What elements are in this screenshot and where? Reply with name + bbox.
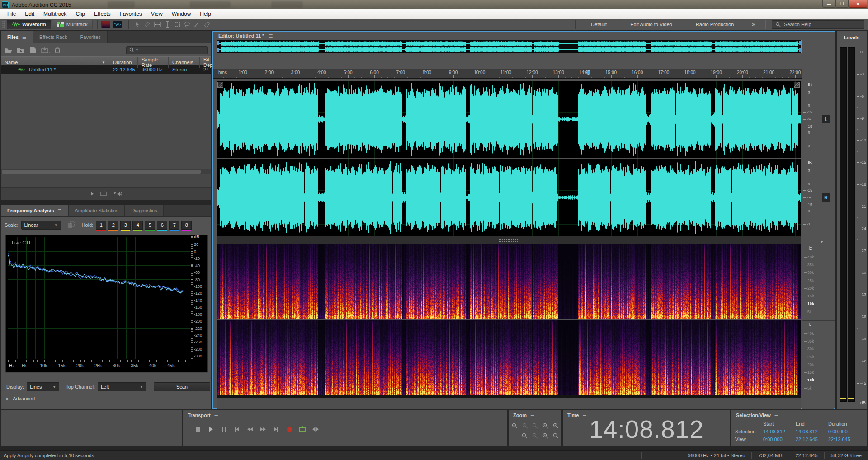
multitrack-view-button[interactable]: Multitrack xyxy=(52,20,93,29)
menu-window[interactable]: Window xyxy=(167,10,196,18)
time-display[interactable]: 14:08.812 xyxy=(563,415,730,444)
overview-left-handle[interactable] xyxy=(217,48,219,52)
file-row[interactable]: Untitled 11 * 22:12.645 96000 Hz Stereo … xyxy=(1,65,211,74)
zoom-to-selection-icon[interactable] xyxy=(542,432,549,439)
files-tab-favorites[interactable]: Favorites xyxy=(74,31,108,43)
column-name[interactable]: Name▼ xyxy=(1,57,109,68)
hold-button-5[interactable]: 5 xyxy=(145,221,155,230)
spectrogram-left-channel[interactable] xyxy=(217,244,801,319)
minimize-button[interactable]: ▬ xyxy=(822,0,835,8)
overview-right-handle[interactable] xyxy=(799,48,801,52)
hold-button-8[interactable]: 8 xyxy=(181,221,192,230)
frequency-plot-canvas[interactable] xyxy=(8,237,190,359)
workspace-radio-production[interactable]: Radio Production xyxy=(684,22,745,27)
freq-tab-frequency-analysis[interactable]: Frequency Analysis☰ xyxy=(1,205,69,216)
play-button[interactable] xyxy=(207,426,214,433)
marquee-selection-tool-icon[interactable] xyxy=(172,20,182,28)
paintbrush-tool-icon[interactable] xyxy=(192,20,202,28)
level-meter-left[interactable] xyxy=(840,47,847,402)
auto-play-speaker-icon[interactable] xyxy=(113,191,122,197)
trash-icon[interactable] xyxy=(54,47,61,53)
menu-multitrack[interactable]: Multitrack xyxy=(39,10,71,18)
panel-menu-icon[interactable]: ☰ xyxy=(530,413,534,418)
zoom-to-in-point-icon[interactable] xyxy=(542,422,549,429)
amplitude-scale-right[interactable]: dB-3-9-15-∞-15-9-3R xyxy=(802,159,835,236)
hold-button-6[interactable]: 6 xyxy=(157,221,167,230)
hold-button-2[interactable]: 2 xyxy=(108,221,118,230)
toolbar-grip[interactable] xyxy=(2,21,5,28)
zoom-in-icon[interactable] xyxy=(511,422,519,429)
workspace-default[interactable]: Default xyxy=(579,22,618,27)
waveform-right-canvas[interactable] xyxy=(217,159,801,236)
skip-to-start-button[interactable] xyxy=(233,426,241,433)
skip-selection-button[interactable] xyxy=(312,426,319,433)
scrollbar-thumb[interactable] xyxy=(2,170,201,174)
panel-menu-icon[interactable]: ☰ xyxy=(214,413,218,418)
hold-button-4[interactable]: 4 xyxy=(132,221,143,230)
menu-help[interactable]: Help xyxy=(195,10,216,18)
loop-playback-icon[interactable] xyxy=(100,191,107,197)
rewind-button[interactable] xyxy=(246,426,254,433)
hold-button-3[interactable]: 3 xyxy=(120,221,131,230)
panel-menu-icon[interactable]: ☰ xyxy=(22,35,26,40)
scan-button[interactable]: Scan xyxy=(154,382,210,391)
frequency-scale-right[interactable]: Hz40k35k30k25k20k15k10k5k xyxy=(802,320,835,395)
frequency-scale-left[interactable]: ▼Hz40k35k30k25k20k15k10k5k xyxy=(802,244,835,319)
move-tool-icon[interactable] xyxy=(132,20,142,28)
scale-dropdown[interactable]: Linear▼ xyxy=(21,221,61,230)
zoom-to-out-point-icon[interactable] xyxy=(552,422,559,429)
time-selection-tool-icon[interactable] xyxy=(152,20,162,28)
files-tab-effects-rack[interactable]: Effects Rack xyxy=(33,31,74,43)
selection-duration[interactable]: 0:00.000 xyxy=(828,429,863,434)
channel-badge-l[interactable]: L xyxy=(822,115,830,123)
zoom-out-full-icon[interactable] xyxy=(521,432,528,439)
menu-file[interactable]: File xyxy=(3,10,20,18)
timeline-ruler[interactable]: hms 1:002:003:004:005:006:007:008:009:00… xyxy=(213,69,802,79)
freq-tab-diagnostics[interactable]: Diagnostics xyxy=(125,205,164,216)
top-channel-dropdown[interactable]: Left▼ xyxy=(98,382,146,391)
spectral-display-icon[interactable] xyxy=(101,21,110,28)
files-search-field[interactable]: ▾ xyxy=(126,46,208,54)
files-horizontal-scrollbar[interactable] xyxy=(1,169,211,174)
loop-playback-button[interactable] xyxy=(299,426,306,433)
stop-button[interactable] xyxy=(194,426,201,433)
workspace-overflow-button[interactable]: » xyxy=(745,21,761,28)
menu-view[interactable]: View xyxy=(146,10,167,18)
menu-effects[interactable]: Effects xyxy=(90,10,115,18)
hold-button-7[interactable]: 7 xyxy=(169,221,179,230)
copy-graph-icon[interactable] xyxy=(67,221,75,229)
zoom-in-amplitude-icon[interactable] xyxy=(532,422,539,429)
spectrogram-right-canvas[interactable] xyxy=(217,320,801,395)
freq-tab-amplitude-statistics[interactable]: Amplitude Statistics xyxy=(69,205,125,216)
zoom-reset-icon[interactable] xyxy=(532,432,539,439)
menu-clip[interactable]: Clip xyxy=(71,10,90,18)
menu-edit[interactable]: Edit xyxy=(20,10,39,18)
column-duration[interactable]: Duration xyxy=(109,57,138,68)
playhead-line[interactable] xyxy=(589,79,589,395)
files-tab-files[interactable]: Files☰ xyxy=(1,31,33,43)
workspace-edit-audio-to-video[interactable]: Edit Audio to Video xyxy=(618,22,684,27)
waveform-corner-widget[interactable] xyxy=(217,82,223,88)
panel-menu-icon[interactable]: ☰ xyxy=(269,33,273,38)
preview-play-icon[interactable] xyxy=(91,192,94,196)
search-help-field[interactable]: Search Help xyxy=(772,20,864,29)
import-file-icon[interactable] xyxy=(17,47,25,53)
view-start[interactable]: 0:00.000 xyxy=(763,437,796,442)
overview-left-handle[interactable] xyxy=(217,41,219,45)
fast-forward-button[interactable] xyxy=(259,426,267,433)
marquee-ibeam-tool-icon[interactable] xyxy=(162,20,172,28)
display-dropdown[interactable]: Lines▼ xyxy=(27,382,59,391)
record-button[interactable] xyxy=(286,426,293,433)
spectrogram-right-channel[interactable] xyxy=(217,320,801,395)
advanced-section-toggle[interactable]: ▶ Advanced xyxy=(6,396,35,401)
hold-button-1[interactable]: 1 xyxy=(96,221,106,230)
scale-menu-icon[interactable]: ▼ xyxy=(820,240,824,244)
waveform-corner-widget[interactable] xyxy=(794,82,800,88)
new-file-icon[interactable] xyxy=(29,47,37,53)
amplitude-scale-left[interactable]: dB-3-9-15-∞-15-9-3L xyxy=(802,81,835,158)
menu-favorites[interactable]: Favorites xyxy=(115,10,146,18)
waveform-left-channel[interactable] xyxy=(217,81,801,158)
razor-tool-icon[interactable] xyxy=(142,20,152,28)
panel-menu-icon[interactable]: ☰ xyxy=(774,413,778,418)
level-meter-right[interactable] xyxy=(848,47,855,402)
